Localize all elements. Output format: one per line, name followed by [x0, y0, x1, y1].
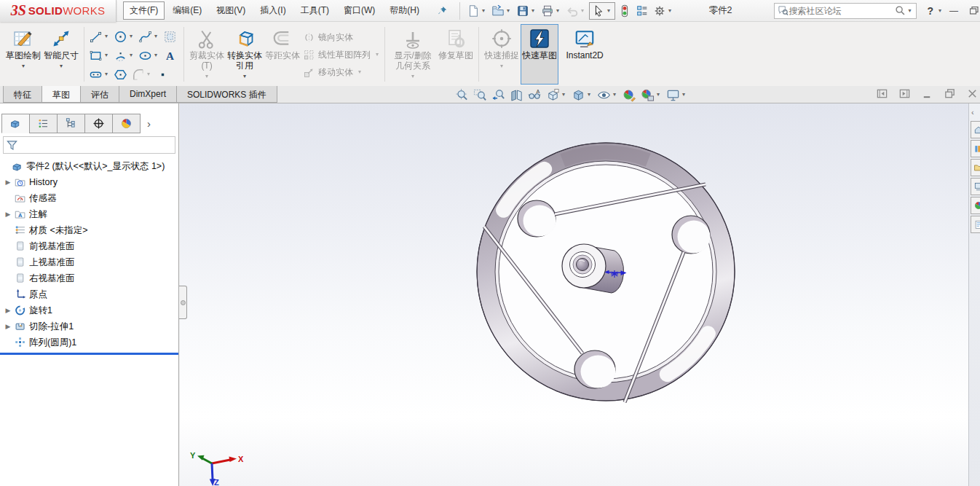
rollback-bar[interactable]: [0, 353, 178, 355]
task-pane-expand-icon[interactable]: ‹: [969, 103, 980, 119]
taskpane-tab-design-library[interactable]: [971, 140, 980, 157]
taskpane-tab-file-explorer[interactable]: [971, 159, 980, 176]
restore-button[interactable]: [964, 7, 980, 15]
tree-item-cut-extrude[interactable]: ▶切除-拉伸1: [0, 318, 178, 334]
ribbon-repair-button[interactable]: 修复草图: [437, 24, 475, 85]
dropdown-icon[interactable]: ▾: [358, 69, 361, 75]
ribbon-ellipse-button[interactable]: ▾: [138, 48, 160, 63]
minimize-button[interactable]: [921, 87, 933, 100]
dropdown-icon[interactable]: ▾: [588, 92, 590, 98]
dropdown-icon[interactable]: ▾: [556, 8, 559, 14]
ribbon-sketch-button[interactable]: 草图绘制▾: [4, 24, 42, 85]
ribbon-polygon-button[interactable]: [113, 67, 128, 82]
ribbon-mirror-button[interactable]: 镜向实体: [303, 28, 381, 46]
dropdown-icon[interactable]: ▾: [60, 63, 63, 70]
tree-filter-box[interactable]: [3, 136, 175, 154]
tab-DimXpert[interactable]: DimXpert: [119, 86, 177, 103]
ribbon-text-button[interactable]: A: [162, 48, 178, 63]
print-document-button[interactable]: ▾: [540, 3, 563, 19]
model-3d-view[interactable]: X Y Z: [180, 103, 968, 486]
undo-button[interactable]: ▾: [564, 3, 588, 19]
new-document-button[interactable]: ▾: [465, 3, 489, 19]
previous-view-button[interactable]: [491, 88, 505, 102]
menu-3[interactable]: 视图(V): [210, 1, 252, 20]
panel-splitter-handle[interactable]: [179, 286, 187, 319]
tab-特征[interactable]: 特征: [3, 86, 42, 103]
tab-SOLIDWORKS 插件[interactable]: SOLIDWORKS 插件: [176, 86, 277, 103]
menu-6[interactable]: 窗口(W): [337, 1, 382, 20]
tree-item-circular-pattern[interactable]: 阵列(圆周)1: [0, 334, 178, 350]
settings-gear-button[interactable]: ▾: [652, 3, 675, 19]
ribbon-offset-button[interactable]: 等距实体: [264, 24, 301, 85]
tab-草图[interactable]: 草图: [42, 86, 81, 103]
dropdown-icon[interactable]: ▾: [682, 92, 685, 98]
section-view-button[interactable]: [510, 88, 523, 102]
dropdown-icon[interactable]: ▾: [668, 8, 671, 14]
ribbon-move-button[interactable]: 移动实体▾: [303, 63, 381, 81]
menu-2[interactable]: 编辑(E): [166, 1, 208, 20]
graphics-viewport[interactable]: X Y Z: [180, 103, 968, 486]
menu-5[interactable]: 工具(T): [294, 1, 336, 20]
edit-appearance-button[interactable]: [623, 88, 636, 102]
ribbon-circle-button[interactable]: ▾: [113, 29, 135, 44]
dropdown-icon[interactable]: ▾: [22, 63, 25, 70]
help-dropdown-icon[interactable]: ▾: [938, 8, 941, 14]
save-document-button[interactable]: ▾: [515, 3, 538, 19]
dropdown-icon[interactable]: ▾: [613, 92, 616, 98]
search-dropdown-icon[interactable]: ▾: [908, 8, 911, 14]
tab-评估[interactable]: 评估: [80, 86, 119, 103]
ribbon-slot-button[interactable]: ▾: [88, 67, 111, 82]
display-style-button[interactable]: ▾: [572, 88, 593, 102]
expand-arrow-icon[interactable]: ▶: [3, 307, 13, 314]
dropdown-icon[interactable]: ▾: [154, 52, 157, 58]
search-magnifier-icon[interactable]: [895, 5, 906, 16]
menu-1[interactable]: 文件(F): [123, 1, 165, 20]
view-orientation-button[interactable]: ▾: [546, 88, 567, 102]
model-hole-top-left[interactable]: [518, 200, 556, 237]
restore-button[interactable]: [944, 87, 956, 100]
ribbon-arc-button[interactable]: ▾: [113, 48, 135, 63]
dropdown-icon[interactable]: ▾: [411, 73, 414, 80]
close-button[interactable]: [966, 87, 979, 100]
splitter-collapse-dot[interactable]: [181, 300, 186, 305]
tree-item-revolve[interactable]: ▶旋转1: [0, 302, 178, 318]
expand-arrow-icon[interactable]: ▶: [3, 323, 13, 330]
dropdown-icon[interactable]: ▾: [482, 8, 485, 14]
tree-item-sensors[interactable]: 传感器: [0, 190, 178, 206]
rebuild-traffic-light-button[interactable]: [617, 3, 633, 19]
dropdown-icon[interactable]: ▾: [154, 34, 157, 39]
tree-item-plane[interactable]: 右视基准面: [0, 270, 178, 286]
minimize-button[interactable]: —: [944, 6, 964, 16]
dropdown-icon[interactable]: ▾: [581, 8, 584, 14]
pin-menu-icon[interactable]: [437, 5, 448, 16]
display-pane-options-button[interactable]: [634, 3, 650, 19]
panel-tab-displaymanager[interactable]: [112, 114, 141, 133]
apply-scene-button[interactable]: ▾: [641, 88, 662, 102]
view-settings-button[interactable]: ▾: [666, 88, 687, 102]
ribbon-convert-button[interactable]: 转换实体引用▾: [226, 24, 264, 85]
dropdown-icon[interactable]: ▾: [562, 92, 565, 98]
expand-arrow-icon[interactable]: ▶: [3, 211, 13, 218]
dropdown-icon[interactable]: ▾: [607, 8, 610, 14]
panel-tab-featuremanager[interactable]: [1, 114, 30, 133]
tree-item-plane[interactable]: 前视基准面: [0, 238, 178, 254]
panel-tab-configurationmanager[interactable]: [57, 114, 85, 133]
panel-tab-expand-arrow[interactable]: ›: [143, 116, 155, 131]
ribbon-instant2d-button[interactable]: Instant2D: [558, 24, 611, 85]
tree-item-material[interactable]: 材质 <未指定>: [0, 222, 178, 238]
search-input[interactable]: [789, 6, 895, 16]
ribbon-rectangle-button[interactable]: ▾: [88, 48, 111, 63]
collapse-right-button[interactable]: [898, 87, 911, 100]
help-button[interactable]: ?: [927, 5, 933, 17]
zoom-area-button[interactable]: [473, 88, 487, 102]
dropdown-icon[interactable]: ▾: [507, 8, 510, 14]
taskpane-tab-custom-properties[interactable]: [971, 216, 980, 233]
tree-item-annotations[interactable]: ▶A注解: [0, 206, 178, 222]
tree-item-plane[interactable]: 上视基准面: [0, 254, 178, 270]
dropdown-icon[interactable]: ▾: [105, 71, 108, 77]
dropdown-icon[interactable]: ▾: [657, 92, 660, 98]
ribbon-sketch-picture-button[interactable]: [162, 29, 178, 44]
dropdown-icon[interactable]: ▾: [532, 8, 534, 14]
zoom-fit-button[interactable]: [455, 88, 469, 102]
ribbon-spline-button[interactable]: ▾: [138, 29, 160, 44]
